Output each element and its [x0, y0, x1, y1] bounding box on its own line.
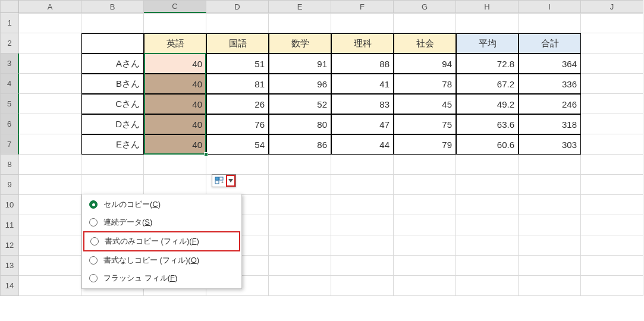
- row-header-14[interactable]: 14: [0, 276, 19, 296]
- cell-I1[interactable]: [519, 13, 581, 33]
- autofill-options-button[interactable]: +: [212, 174, 236, 187]
- cell-E13[interactable]: [269, 256, 331, 276]
- row-header-3[interactable]: 3: [0, 54, 19, 74]
- cell-G14[interactable]: [394, 276, 456, 296]
- cell-H2[interactable]: 平均: [456, 33, 519, 54]
- cell-G3[interactable]: 94: [394, 54, 456, 74]
- row-header-1[interactable]: 1: [0, 13, 19, 33]
- cell-E9[interactable]: [269, 175, 331, 195]
- col-header-F[interactable]: F: [331, 0, 394, 13]
- row-header-11[interactable]: 11: [0, 215, 19, 235]
- cell-E4[interactable]: 96: [269, 74, 331, 94]
- cell-G9[interactable]: [394, 175, 456, 195]
- cell-E7[interactable]: 86: [269, 134, 331, 155]
- cell-F10[interactable]: [331, 195, 394, 215]
- cell-C2[interactable]: 英語: [144, 33, 206, 54]
- cell-A4[interactable]: [19, 74, 81, 94]
- cell-C7[interactable]: 40: [144, 134, 206, 155]
- cell-J1[interactable]: [581, 13, 643, 33]
- cell-H1[interactable]: [456, 13, 519, 33]
- cell-E11[interactable]: [269, 215, 331, 235]
- cell-A8[interactable]: [19, 155, 81, 175]
- cell-C6[interactable]: 40: [144, 114, 206, 134]
- cell-F14[interactable]: [331, 276, 394, 296]
- cell-B2[interactable]: [81, 33, 144, 54]
- cell-H3[interactable]: 72.8: [456, 54, 519, 74]
- cell-I13[interactable]: [519, 256, 581, 276]
- cell-J3[interactable]: [581, 54, 643, 74]
- cell-J11[interactable]: [581, 215, 643, 235]
- cell-G4[interactable]: 78: [394, 74, 456, 94]
- row-header-12[interactable]: 12: [0, 235, 19, 256]
- cell-E1[interactable]: [269, 13, 331, 33]
- cell-J12[interactable]: [581, 235, 643, 256]
- cell-F7[interactable]: 44: [331, 134, 394, 155]
- cell-H7[interactable]: 60.6: [456, 134, 519, 155]
- cell-B9[interactable]: [81, 175, 144, 195]
- cell-I10[interactable]: [519, 195, 581, 215]
- cell-I3[interactable]: 364: [519, 54, 581, 74]
- cell-G2[interactable]: 社会: [394, 33, 456, 54]
- menu-item-copy-cells[interactable]: セルのコピー(C): [83, 196, 240, 213]
- cell-E5[interactable]: 52: [269, 94, 331, 114]
- cell-G1[interactable]: [394, 13, 456, 33]
- cell-E14[interactable]: [269, 276, 331, 296]
- fill-handle[interactable]: [204, 152, 208, 156]
- cell-H9[interactable]: [456, 175, 519, 195]
- row-header-8[interactable]: 8: [0, 155, 19, 175]
- cell-H5[interactable]: 49.2: [456, 94, 519, 114]
- menu-item-flash-fill[interactable]: フラッシュ フィル(F): [83, 269, 240, 287]
- menu-item-fill-without-formatting[interactable]: 書式なしコピー (フィル)(O): [83, 251, 240, 269]
- cell-F3[interactable]: 88: [331, 54, 394, 74]
- cell-A2[interactable]: [19, 33, 81, 54]
- cell-F4[interactable]: 41: [331, 74, 394, 94]
- menu-item-fill-series[interactable]: 連続データ(S): [83, 213, 240, 231]
- cell-F6[interactable]: 47: [331, 114, 394, 134]
- cell-F5[interactable]: 83: [331, 94, 394, 114]
- cell-H12[interactable]: [456, 235, 519, 256]
- cell-B6[interactable]: Dさん: [81, 114, 144, 134]
- cell-I14[interactable]: [519, 276, 581, 296]
- cell-F9[interactable]: [331, 175, 394, 195]
- cell-D2[interactable]: 国語: [206, 33, 269, 54]
- col-header-D[interactable]: D: [206, 0, 269, 13]
- select-all-corner[interactable]: [0, 0, 19, 13]
- cell-E6[interactable]: 80: [269, 114, 331, 134]
- cell-I11[interactable]: [519, 215, 581, 235]
- cell-B1[interactable]: [81, 13, 144, 33]
- row-header-10[interactable]: 10: [0, 195, 19, 215]
- cell-D3[interactable]: 51: [206, 54, 269, 74]
- cell-D6[interactable]: 76: [206, 114, 269, 134]
- cell-J5[interactable]: [581, 94, 643, 114]
- cell-B4[interactable]: Bさん: [81, 74, 144, 94]
- cell-I8[interactable]: [519, 155, 581, 175]
- cell-E8[interactable]: [269, 155, 331, 175]
- cell-C4[interactable]: 40: [144, 74, 206, 94]
- cell-J10[interactable]: [581, 195, 643, 215]
- col-header-I[interactable]: I: [519, 0, 581, 13]
- cell-H11[interactable]: [456, 215, 519, 235]
- cell-C1[interactable]: [144, 13, 206, 33]
- col-header-B[interactable]: B: [81, 0, 144, 13]
- cell-I6[interactable]: 318: [519, 114, 581, 134]
- cell-B8[interactable]: [81, 155, 144, 175]
- cell-J2[interactable]: [581, 33, 643, 54]
- cell-G13[interactable]: [394, 256, 456, 276]
- cell-D5[interactable]: 26: [206, 94, 269, 114]
- row-header-2[interactable]: 2: [0, 33, 19, 54]
- cell-G11[interactable]: [394, 215, 456, 235]
- cell-D4[interactable]: 81: [206, 74, 269, 94]
- cell-I5[interactable]: 246: [519, 94, 581, 114]
- cell-A1[interactable]: [19, 13, 81, 33]
- row-header-7[interactable]: 7: [0, 134, 19, 155]
- cell-A13[interactable]: [19, 256, 81, 276]
- cell-G8[interactable]: [394, 155, 456, 175]
- row-header-4[interactable]: 4: [0, 74, 19, 94]
- cell-A12[interactable]: [19, 235, 81, 256]
- cell-G6[interactable]: 75: [394, 114, 456, 134]
- cell-F13[interactable]: [331, 256, 394, 276]
- cell-B3[interactable]: Aさん: [81, 54, 144, 74]
- cell-A5[interactable]: [19, 94, 81, 114]
- cell-H8[interactable]: [456, 155, 519, 175]
- cell-D1[interactable]: [206, 13, 269, 33]
